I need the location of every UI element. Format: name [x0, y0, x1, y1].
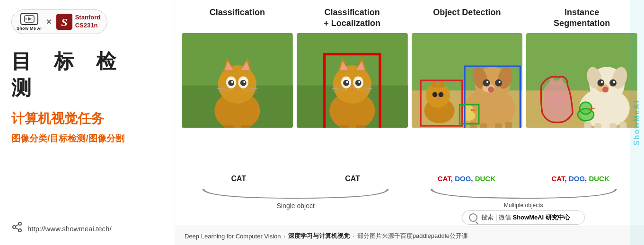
image-col-3 — [412, 33, 523, 171]
stanford-text: Stanford CS231n — [75, 14, 100, 30]
svg-point-90 — [609, 79, 617, 87]
svg-point-5 — [18, 222, 21, 225]
svg-line-8 — [16, 228, 19, 230]
col-header-classification: Classification — [180, 7, 295, 28]
svg-point-44 — [358, 81, 360, 83]
svg-point-61 — [495, 79, 502, 87]
svg-rect-95 — [594, 123, 601, 128]
svg-point-63 — [498, 81, 500, 83]
sub-labels-row: Single object Multiple objects 搜索 | 微信 S… — [180, 202, 639, 227]
svg-point-43 — [346, 81, 348, 83]
showmeai-logo: Show Me AI — [17, 13, 42, 31]
label-cat-red-2: CAT — [551, 175, 565, 183]
images-row — [180, 33, 639, 171]
label-multi-1: CAT, DOG, DUCK — [410, 175, 524, 183]
search-box[interactable]: 搜索 | 微信 ShowMeAI 研究中心 — [462, 210, 585, 225]
image-detection — [412, 33, 523, 128]
svg-point-42 — [355, 80, 362, 86]
svg-point-91 — [601, 81, 603, 83]
svg-rect-51 — [356, 125, 365, 128]
svg-point-60 — [483, 79, 490, 87]
multiple-objects-label: Multiple objects — [410, 202, 638, 209]
showmeai-text-label: Show Me AI — [17, 26, 42, 31]
svg-point-74 — [438, 92, 443, 97]
stanford-name: Stanford — [75, 14, 100, 22]
svg-rect-50 — [339, 125, 348, 128]
bottom-dot2: · — [353, 233, 354, 240]
website-url: http://www.showmeai.tech/ — [27, 225, 112, 233]
logo-bar: Show Me AI × S Stanford CS231n — [11, 9, 107, 34]
stanford-course: CS231n — [75, 22, 100, 30]
svg-point-62 — [486, 81, 488, 83]
image-segmentation — [526, 33, 637, 128]
content-area: Classification Classification+ Localizat… — [175, 0, 644, 227]
image-localization — [297, 33, 408, 128]
image-col-4 — [526, 33, 637, 171]
col-header-segmentation: InstanceSegmentation — [524, 7, 639, 28]
svg-point-64 — [488, 87, 494, 93]
label-dog-blue: DOG — [455, 175, 471, 183]
svg-rect-68 — [505, 122, 512, 128]
showmeai-icon — [20, 13, 38, 25]
bottom-prefix: Deep Learning for Computer Vision — [185, 233, 281, 240]
search-icon — [469, 213, 477, 222]
braces-row — [180, 185, 639, 202]
svg-rect-97 — [620, 122, 627, 128]
multiple-objects-area: Multiple objects 搜索 | 微信 ShowMeAI 研究中心 — [410, 202, 638, 225]
svg-point-2 — [25, 18, 26, 20]
svg-rect-67 — [495, 123, 502, 128]
image-col-1 — [182, 33, 293, 171]
svg-point-73 — [432, 92, 437, 97]
single-object-label: Single object — [182, 202, 410, 225]
subtitle-sub: 图像分类/目标检测/图像分割 — [11, 132, 163, 145]
image-col-2 — [297, 33, 408, 171]
col-header-detection: Object Detection — [410, 7, 525, 28]
cross-separator: × — [46, 17, 52, 27]
right-panel: Classification Classification+ Localizat… — [175, 0, 644, 245]
svg-rect-66 — [480, 123, 487, 128]
svg-rect-65 — [469, 122, 476, 128]
page-title-zh: 目 标 检 测 — [11, 48, 163, 101]
label-cat-red: CAT — [438, 175, 451, 183]
label-multi-2: CAT, DOG, DUCK — [523, 175, 637, 183]
label-dog-blue-2: DOG — [569, 175, 585, 183]
bottom-bar: Deep Learning for Computer Vision · 深度学习… — [175, 227, 644, 245]
svg-point-20 — [228, 80, 234, 86]
stanford-s-icon: S — [56, 14, 72, 30]
label-duck-green: DUCK — [475, 175, 495, 183]
svg-point-6 — [13, 226, 16, 228]
svg-point-41 — [343, 80, 349, 86]
image-classification — [182, 33, 293, 128]
bottom-dot1: · — [284, 233, 286, 240]
label-cat-1: CAT — [182, 175, 296, 183]
brace-multi — [410, 186, 638, 201]
svg-point-21 — [240, 80, 247, 86]
left-panel: Show Me AI × S Stanford CS231n 目 标 检 测 计… — [0, 0, 175, 245]
bottom-middle: 深度学习与计算机视觉 — [288, 232, 350, 240]
svg-marker-1 — [28, 17, 32, 21]
website-row: http://www.showmeai.tech/ — [11, 221, 163, 236]
col-header-localization: Classification+ Localization — [295, 7, 410, 28]
bottom-suffix: 部分图片来源千百度paddlepaddle公开课 — [357, 232, 468, 240]
svg-point-7 — [18, 229, 21, 232]
label-duck-green-2: DUCK — [589, 175, 609, 183]
subtitle-main: 计算机视觉任务 — [11, 110, 163, 128]
svg-line-9 — [16, 225, 19, 227]
svg-text:S: S — [61, 16, 67, 28]
search-brand: ShowMeAI 研究中心 — [512, 214, 570, 221]
share-icon — [11, 221, 23, 236]
svg-point-23 — [243, 81, 245, 83]
svg-rect-94 — [584, 122, 591, 128]
svg-rect-30 — [241, 125, 250, 128]
svg-rect-29 — [225, 125, 234, 128]
svg-rect-96 — [609, 123, 617, 128]
svg-point-89 — [598, 79, 605, 87]
search-text: 搜索 | 微信 ShowMeAI 研究中心 — [481, 213, 570, 222]
svg-point-93 — [602, 87, 609, 93]
label-cat-2: CAT — [296, 175, 410, 183]
svg-point-92 — [613, 81, 615, 83]
labels-row: CAT CAT CAT, DOG, DUCK CAT, DOG, DUCK — [180, 171, 639, 185]
stanford-logo: S Stanford CS231n — [56, 14, 100, 30]
column-headers: Classification Classification+ Localizat… — [180, 0, 639, 33]
brace-single — [182, 186, 410, 201]
